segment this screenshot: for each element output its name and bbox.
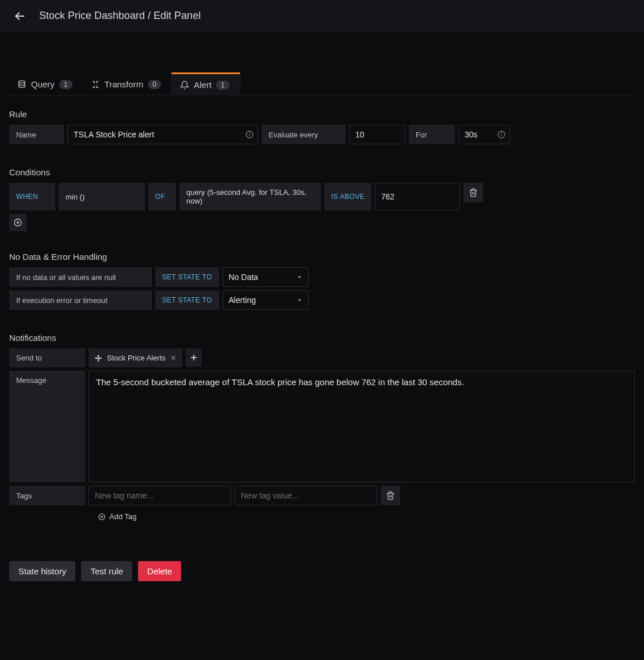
plus-circle-icon	[98, 513, 106, 521]
button-row: State history Test rule Delete	[9, 561, 635, 581]
set-state-to-keyword: SET STATE TO	[162, 273, 212, 281]
state-history-button[interactable]: State history	[9, 561, 75, 581]
select-value: No Data	[229, 273, 258, 282]
send-to-label: Send to	[9, 348, 85, 367]
notification-channel-chip[interactable]: Stock Price Alerts	[89, 348, 182, 367]
nodata-null-label: If no data or all values are null	[9, 267, 152, 287]
test-rule-button[interactable]: Test rule	[81, 561, 132, 581]
trash-icon	[386, 491, 395, 500]
plus-circle-icon	[13, 218, 22, 227]
svg-rect-16	[99, 357, 102, 358]
tab-label: Alert	[194, 80, 212, 90]
channel-name: Stock Price Alerts	[107, 354, 166, 362]
nodata-row-1: If no data or all values are null SET ST…	[9, 267, 635, 287]
tab-alert[interactable]: Alert 1	[171, 72, 240, 95]
for-label: For	[409, 125, 455, 144]
section-title-nodata: No Data & Error Handling	[9, 252, 635, 262]
close-icon	[170, 355, 177, 361]
delete-condition-button[interactable]	[463, 183, 483, 202]
tab-badge: 0	[148, 80, 161, 89]
svg-rect-14	[98, 358, 99, 361]
query-expression-selector[interactable]: query (5-second Avg. for TSLA, 30s, now)	[179, 183, 321, 210]
exec-error-label: If execution error or timeout	[9, 290, 152, 310]
alert-name-input[interactable]	[67, 125, 258, 144]
error-state-select[interactable]: Alerting	[223, 290, 309, 310]
back-button[interactable]	[9, 6, 30, 26]
evaluate-every-label: Evaluate every	[262, 125, 346, 144]
breadcrumb: Stock Price Dashboard / Edit Panel	[39, 10, 201, 22]
nodata-row-2: If execution error or timeout SET STATE …	[9, 290, 635, 310]
conditions-row: WHEN min () OF query (5-second Avg. for …	[9, 183, 635, 210]
bell-icon	[180, 80, 189, 90]
svg-marker-12	[298, 300, 301, 301]
svg-marker-11	[298, 277, 301, 278]
tab-query[interactable]: Query 1	[9, 74, 83, 95]
add-tag-label: Add Tag	[109, 512, 136, 521]
tab-badge: 1	[216, 80, 229, 90]
tab-badge: 1	[59, 80, 72, 89]
rule-row: Name Evaluate every For	[9, 125, 635, 144]
delete-button[interactable]: Delete	[138, 561, 181, 581]
message-row: Message	[9, 371, 635, 482]
plus-icon	[190, 354, 198, 362]
evaluate-every-input[interactable]	[349, 125, 405, 144]
tab-label: Transform	[105, 79, 144, 89]
nodata-state-select[interactable]: No Data	[223, 267, 309, 287]
section-title-notifications: Notifications	[9, 333, 635, 343]
of-keyword: OF	[155, 193, 165, 201]
threshold-input[interactable]	[375, 183, 460, 210]
remove-channel-button[interactable]	[170, 355, 177, 361]
add-channel-button[interactable]	[186, 348, 202, 367]
name-label: Name	[9, 125, 64, 144]
send-to-row: Send to Stock Price Alerts	[9, 348, 635, 367]
section-title-rule: Rule	[9, 109, 635, 119]
message-label: Message	[9, 371, 85, 482]
section-title-conditions: Conditions	[9, 167, 635, 177]
transform-icon	[91, 80, 100, 89]
evaluator-keyword[interactable]: IS ABOVE	[331, 193, 365, 201]
slack-icon	[94, 354, 102, 362]
svg-point-1	[19, 80, 25, 83]
arrow-left-icon	[13, 10, 26, 22]
delete-tag-button[interactable]	[381, 486, 400, 505]
set-state-to-keyword: SET STATE TO	[162, 296, 212, 304]
tags-row: Tags	[9, 486, 635, 505]
tab-label: Query	[31, 79, 55, 89]
svg-point-7	[501, 133, 502, 133]
reducer-selector[interactable]: min ()	[59, 183, 145, 210]
select-value: Alerting	[229, 296, 256, 305]
message-textarea[interactable]	[89, 371, 635, 482]
tag-value-input[interactable]	[235, 486, 377, 505]
chevron-down-icon	[297, 297, 302, 303]
tab-transform[interactable]: Transform 0	[83, 74, 171, 95]
database-icon	[17, 80, 26, 89]
topbar: Stock Price Dashboard / Edit Panel	[0, 0, 644, 32]
when-keyword: WHEN	[16, 193, 38, 201]
trash-icon	[469, 188, 478, 197]
tags-label: Tags	[9, 486, 85, 505]
svg-rect-15	[95, 357, 98, 358]
tab-bar: Query 1 Transform 0 Alert 1	[9, 72, 635, 95]
add-tag-button[interactable]: Add Tag	[92, 509, 136, 521]
info-icon[interactable]	[497, 131, 505, 139]
chevron-down-icon	[297, 274, 302, 280]
info-icon[interactable]	[246, 131, 254, 139]
svg-point-4	[250, 133, 250, 133]
tag-name-input[interactable]	[89, 486, 231, 505]
svg-rect-13	[98, 355, 99, 358]
add-condition-button[interactable]	[9, 214, 26, 231]
